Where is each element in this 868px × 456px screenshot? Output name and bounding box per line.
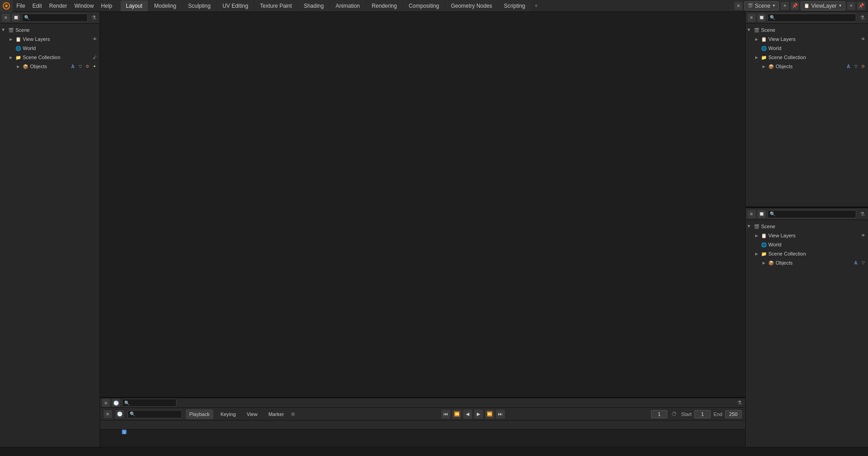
right-top-arrow-scene-collection[interactable]: ▶ xyxy=(753,54,760,61)
timeline-search-1[interactable]: 🔍 xyxy=(122,399,177,407)
right-bottom-search[interactable]: 🔍 xyxy=(767,210,856,218)
timeline-filter-1[interactable]: ⚗ xyxy=(735,399,743,407)
top-filter-icon[interactable]: ≡ xyxy=(734,2,742,10)
end-frame-input[interactable]: 250 xyxy=(725,410,742,418)
step-back-button[interactable]: ⏪ xyxy=(452,410,461,419)
right-top-obj-action-filter[interactable]: ▽ xyxy=(853,63,859,70)
right-top-tree-objects[interactable]: ▶ 📦 Objects A ▽ ⚙ xyxy=(746,62,868,71)
right-bottom-tree-view-layers[interactable]: ▶ 📋 View Layers 👁 xyxy=(746,231,868,240)
scene-collection-edit-icon[interactable]: 🖊 xyxy=(91,54,98,60)
right-bottom-tree-scene-collection[interactable]: ▶ 📁 Scene Collection xyxy=(746,249,868,258)
left-outliner-type-btn[interactable]: 🔲 xyxy=(12,14,20,22)
timeline-tab-marker[interactable]: Marker xyxy=(265,409,288,419)
start-frame-input[interactable]: 1 xyxy=(694,410,711,418)
objects-action-filter[interactable]: ▽ xyxy=(77,63,83,70)
right-bottom-tree-objects[interactable]: ▶ 📦 Objects A ▽ xyxy=(746,258,868,267)
objects-action-gear[interactable]: ⚙ xyxy=(84,63,91,70)
jump-to-start-button[interactable]: ⏮ xyxy=(441,410,450,419)
left-outliner-filter-btn[interactable]: ⚗ xyxy=(90,14,98,22)
timeline-tab-keying[interactable]: Keying xyxy=(217,409,240,419)
right-top-obj-action-gear[interactable]: ⚙ xyxy=(860,63,866,70)
tab-texture-paint[interactable]: Texture Paint xyxy=(255,0,298,11)
objects-action-light[interactable]: ✦ xyxy=(91,63,98,70)
right-top-tree-view-layers[interactable]: ▶ 📋 View Layers 👁 xyxy=(746,35,868,44)
tab-geometry-nodes[interactable]: Geometry Nodes xyxy=(445,0,498,11)
tree-arrow-scene[interactable]: ▶ xyxy=(0,26,7,34)
objects-action-a[interactable]: A xyxy=(70,63,76,70)
tab-sculpting[interactable]: Sculpting xyxy=(183,0,216,11)
timeline-menu-btn-1[interactable]: ≡ xyxy=(102,399,110,407)
right-bottom-arrow-objects[interactable]: ▶ xyxy=(760,259,767,266)
step-forward-button[interactable]: ⏩ xyxy=(485,410,494,419)
tab-scripting[interactable]: Scripting xyxy=(499,0,531,11)
center-viewport[interactable]: ≡ 🕐 🔍 ⚗ ≡ 🕐 🔍 Playback Keying View Marke… xyxy=(100,12,745,456)
right-bottom-obj-action-a[interactable]: A xyxy=(853,260,859,266)
right-bottom-type-btn[interactable]: 🔲 xyxy=(757,210,766,218)
right-top-tree-world[interactable]: ▶ 🌐 World xyxy=(746,44,868,53)
menu-help[interactable]: Help xyxy=(97,0,116,12)
tab-layout[interactable]: Layout xyxy=(121,0,148,11)
right-top-arrow-scene[interactable]: ▶ xyxy=(746,26,753,34)
timeline-type-btn-2[interactable]: 🕐 xyxy=(116,410,124,418)
scene-add-btn[interactable]: + xyxy=(781,2,789,10)
right-top-tree-scene[interactable]: ▶ 🎬 Scene xyxy=(746,25,868,35)
timeline-filter-2[interactable]: ⏱ xyxy=(670,410,678,418)
workspace-tabs: Layout Modeling Sculpting UV Editing Tex… xyxy=(121,0,735,11)
tree-arrow-view-layers[interactable]: ▶ xyxy=(7,35,15,43)
right-top-tree-scene-collection[interactable]: ▶ 📁 Scene Collection xyxy=(746,53,868,62)
tab-compositing[interactable]: Compositing xyxy=(403,0,444,11)
menu-window[interactable]: Window xyxy=(71,0,97,12)
timeline-tab-view[interactable]: View xyxy=(243,409,261,419)
right-top-view-layers-icon: 📋 xyxy=(760,35,767,43)
right-top-obj-action-a[interactable]: A xyxy=(845,63,852,70)
right-top-filter-btn[interactable]: ⚗ xyxy=(858,14,866,22)
left-outliner-menu-btn[interactable]: ≡ xyxy=(2,14,10,22)
play-button[interactable]: ▶ xyxy=(474,410,483,419)
jump-to-end-button[interactable]: ⏭ xyxy=(496,410,505,419)
timeline-tab-playback[interactable]: Playback xyxy=(186,409,213,419)
right-bottom-filter-btn[interactable]: ⚗ xyxy=(858,210,866,218)
right-top-eye-icon[interactable]: 👁 xyxy=(860,36,866,42)
right-bottom-arrow-scene[interactable]: ▶ xyxy=(746,223,753,230)
tab-modeling[interactable]: Modeling xyxy=(149,0,182,11)
right-top-type-btn[interactable]: 🔲 xyxy=(757,14,766,22)
right-top-arrow-objects[interactable]: ▶ xyxy=(760,63,767,70)
right-bottom-tree-scene[interactable]: ▶ 🎬 Scene xyxy=(746,222,868,231)
tab-uv-editing[interactable]: UV Editing xyxy=(217,0,254,11)
add-workspace-button[interactable]: + xyxy=(532,1,541,10)
scene-pin-btn[interactable]: 📌 xyxy=(791,2,799,10)
tree-item-objects[interactable]: ▶ 📦 Objects A ▽ ⚙ ✦ xyxy=(0,62,100,71)
right-bottom-eye-icon[interactable]: 👁 xyxy=(860,232,866,239)
menu-render[interactable]: Render xyxy=(45,0,71,12)
right-bottom-menu-btn[interactable]: ≡ xyxy=(747,210,756,218)
timeline-menu-btn-2[interactable]: ≡ xyxy=(104,410,112,418)
tree-item-scene-collection[interactable]: ▶ 📁 Scene Collection 🖊 xyxy=(0,53,100,62)
tab-rendering[interactable]: Rendering xyxy=(366,0,402,11)
tree-arrow-objects[interactable]: ▶ xyxy=(15,63,22,70)
right-bottom-tree-world[interactable]: ▶ 🌐 World xyxy=(746,240,868,249)
menu-edit[interactable]: Edit xyxy=(29,0,45,12)
right-bottom-obj-action-filter[interactable]: ▽ xyxy=(860,260,866,266)
tab-shading[interactable]: Shading xyxy=(298,0,329,11)
right-top-menu-btn[interactable]: ≡ xyxy=(747,14,756,22)
right-top-arrow-view-layers[interactable]: ▶ xyxy=(753,35,760,43)
right-bottom-arrow-scene-collection[interactable]: ▶ xyxy=(753,250,760,257)
tree-item-world[interactable]: ▶ 🌐 World xyxy=(0,44,100,53)
tree-item-scene[interactable]: ▶ 🎬 Scene xyxy=(0,25,100,35)
timeline-search-2[interactable]: 🔍 xyxy=(127,410,182,418)
tree-arrow-scene-collection[interactable]: ▶ xyxy=(7,54,15,61)
scene-selector[interactable]: 🎬 Scene ▼ xyxy=(744,1,779,10)
view-layer-pin-btn[interactable]: 📌 xyxy=(857,2,865,10)
right-top-search[interactable]: 🔍 xyxy=(767,14,856,22)
play-reverse-button[interactable]: ◀ xyxy=(463,410,472,419)
current-frame-input[interactable]: 1 xyxy=(651,410,667,418)
view-layer-selector[interactable]: 📋 ViewLayer ▼ xyxy=(801,1,845,10)
view-layer-add-btn[interactable]: + xyxy=(847,2,855,10)
tab-animation[interactable]: Animation xyxy=(330,0,365,11)
view-layer-eye-icon[interactable]: 👁 xyxy=(91,36,98,42)
menu-file[interactable]: File xyxy=(13,0,29,12)
tree-item-view-layers[interactable]: ▶ 📋 View Layers 👁 xyxy=(0,35,100,44)
timeline-type-btn-1[interactable]: 🕐 xyxy=(112,399,120,407)
right-bottom-arrow-view-layers[interactable]: ▶ xyxy=(753,232,760,239)
left-outliner-search[interactable]: 🔍 xyxy=(22,14,88,22)
